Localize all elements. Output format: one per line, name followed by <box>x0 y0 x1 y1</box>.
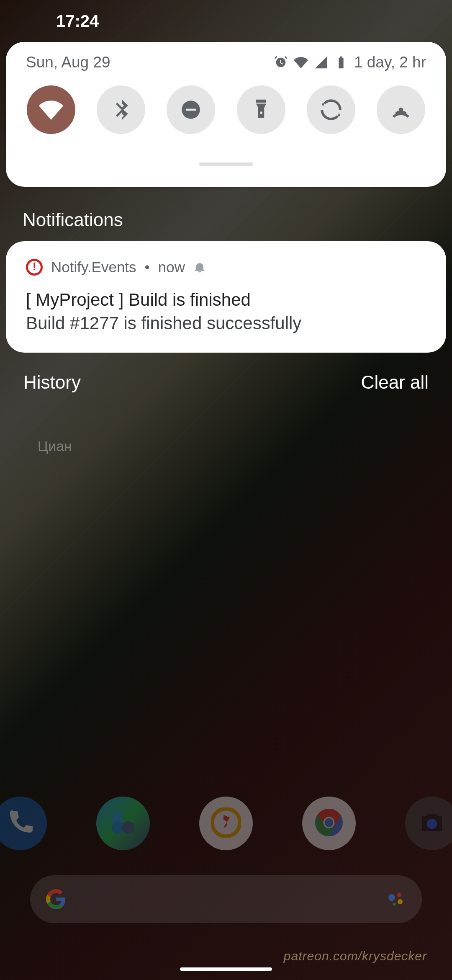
separator-dot: • <box>145 259 150 276</box>
notification-header: Notify.Events • now <box>26 259 426 276</box>
home-app-label: Циан <box>38 438 72 454</box>
status-time: 17:24 <box>56 12 99 31</box>
wallpaper-watermark: patreon.com/krysdecker <box>284 949 427 963</box>
dnd-icon <box>179 98 203 122</box>
notifications-header: Notifications <box>0 187 452 241</box>
assistant-icon[interactable] <box>386 889 406 909</box>
svg-point-14 <box>397 893 401 897</box>
chrome-icon <box>314 807 344 839</box>
camera-icon <box>417 807 447 839</box>
qs-tile-hotspot[interactable] <box>377 85 425 134</box>
hotspot-icon <box>389 98 413 122</box>
folder-icon <box>108 807 138 839</box>
music-icon <box>211 807 241 839</box>
qs-tile-wifi[interactable] <box>27 85 75 134</box>
qs-drag-handle[interactable] <box>199 162 253 166</box>
svg-point-16 <box>393 903 396 905</box>
notification-body: Build #1277 is finished successfully <box>26 313 426 333</box>
svg-point-11 <box>325 818 334 827</box>
qs-tile-dnd[interactable] <box>167 85 215 134</box>
phone-icon <box>5 807 35 839</box>
cell-signal-icon <box>314 55 328 70</box>
autorotate-icon <box>319 98 343 122</box>
flashlight-icon <box>249 98 273 122</box>
dock-music[interactable] <box>199 797 253 850</box>
dock-phone[interactable] <box>0 797 47 850</box>
quick-settings-panel[interactable]: Sun, Aug 29 1 day, 2 hr <box>6 42 446 187</box>
status-bar: 17:24 <box>0 0 452 42</box>
dock <box>0 797 452 850</box>
google-logo-icon <box>46 889 66 909</box>
wifi-status-icon <box>294 55 308 70</box>
clear-all-button[interactable]: Clear all <box>361 372 429 393</box>
qs-tile-autorotate[interactable] <box>307 85 355 134</box>
svg-point-15 <box>398 899 403 904</box>
alerting-icon <box>193 261 206 273</box>
qs-date: Sun, Aug 29 <box>26 54 110 71</box>
qs-tile-row <box>23 84 429 134</box>
svg-point-7 <box>122 821 134 834</box>
bluetooth-icon <box>109 98 133 122</box>
notification-time: now <box>158 259 185 276</box>
gesture-nav-bar[interactable] <box>180 967 272 971</box>
battery-icon <box>334 55 348 70</box>
qs-tile-bluetooth[interactable] <box>97 85 145 134</box>
qs-header: Sun, Aug 29 1 day, 2 hr <box>23 54 429 84</box>
svg-point-13 <box>388 894 395 901</box>
alarm-icon <box>274 55 288 70</box>
wifi-icon <box>39 98 63 122</box>
watermark-text: patreon.com/krysdecker <box>284 949 427 963</box>
notification-app-icon <box>26 259 43 276</box>
notification-card[interactable]: Notify.Events • now [ MyProject ] Build … <box>6 241 446 353</box>
notification-app-name: Notify.Events <box>51 259 136 276</box>
dock-chrome[interactable] <box>302 797 356 850</box>
history-button[interactable]: History <box>23 372 81 393</box>
dock-social-folder[interactable] <box>96 797 150 850</box>
svg-point-8 <box>212 809 240 836</box>
qs-tile-flashlight[interactable] <box>237 85 285 134</box>
battery-text: 1 day, 2 hr <box>354 54 426 71</box>
google-search-bar[interactable] <box>30 875 422 923</box>
qs-status-icons: 1 day, 2 hr <box>274 54 426 71</box>
svg-point-12 <box>427 819 437 829</box>
dock-camera[interactable] <box>405 797 452 850</box>
notification-title: [ MyProject ] Build is finished <box>26 290 426 310</box>
svg-point-2 <box>260 111 262 114</box>
svg-rect-1 <box>186 109 196 111</box>
